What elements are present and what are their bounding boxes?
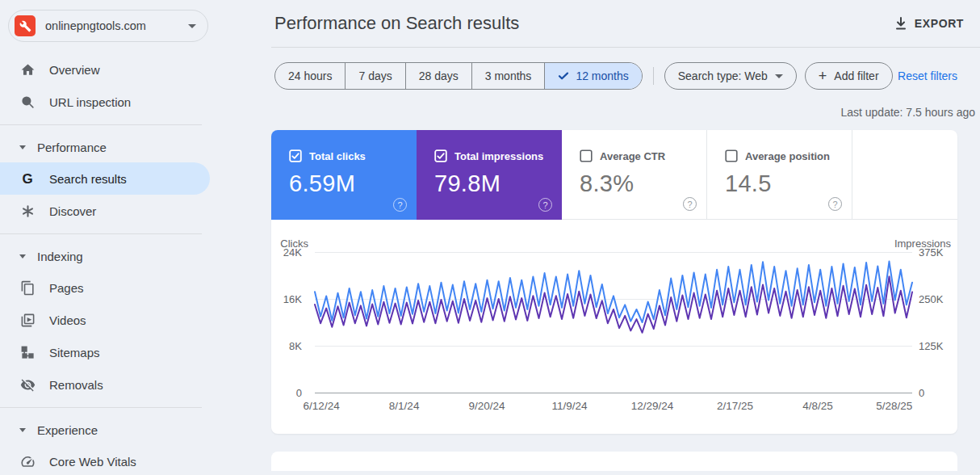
sidebar-section-experience[interactable]: Experience bbox=[0, 414, 210, 445]
chip-label: 28 days bbox=[419, 69, 459, 82]
tick-label: 8K bbox=[289, 340, 302, 352]
pages-icon bbox=[19, 280, 36, 296]
date-range-7-days[interactable]: 7 days bbox=[345, 63, 404, 89]
metric-label: Total impressions bbox=[454, 150, 543, 162]
sitemaps-icon bbox=[19, 344, 36, 360]
search-console-window: onlinepngtools.com Overview URL inspecti… bbox=[0, 0, 980, 475]
sidebar-item-label: Videos bbox=[49, 313, 86, 327]
search-icon bbox=[19, 94, 36, 110]
asterisk-icon bbox=[19, 203, 36, 219]
property-name: onlinepngtools.com bbox=[45, 19, 178, 32]
last-update-text: Last update: 7.5 hours ago bbox=[271, 106, 975, 119]
right-axis-ticks: 375K 250K 125K 0 bbox=[919, 252, 967, 393]
section-label: Indexing bbox=[37, 250, 83, 263]
sidebar-item-label: Pages bbox=[49, 281, 84, 295]
metric-value: 6.59M bbox=[289, 170, 417, 197]
date-range-24-hours[interactable]: 24 hours bbox=[275, 63, 345, 89]
tick-label: 9/20/24 bbox=[469, 400, 505, 412]
collapse-triangle-icon bbox=[19, 254, 26, 259]
header-divider bbox=[271, 47, 980, 48]
date-range-12-months[interactable]: 12 months bbox=[544, 63, 641, 89]
metric-strip-filler bbox=[852, 130, 957, 220]
chart-plot-area[interactable] bbox=[315, 252, 912, 393]
plus-icon: + bbox=[819, 69, 827, 83]
help-icon[interactable]: ? bbox=[393, 198, 407, 212]
google-g-icon: G bbox=[19, 170, 36, 187]
videos-icon bbox=[19, 312, 36, 328]
filters-divider bbox=[653, 67, 654, 85]
sidebar: onlinepngtools.com Overview URL inspecti… bbox=[0, 0, 210, 475]
checkbox-unchecked-icon[interactable] bbox=[725, 149, 738, 162]
download-icon bbox=[894, 16, 908, 31]
page-header: Performance on Search results EXPORT bbox=[271, 0, 957, 47]
checkbox-unchecked-icon[interactable] bbox=[580, 149, 593, 162]
checkbox-checked-icon[interactable] bbox=[289, 149, 302, 162]
section-label: Performance bbox=[37, 141, 107, 154]
metric-label: Average position bbox=[745, 150, 830, 162]
sidebar-item-label: Discover bbox=[49, 204, 96, 218]
chip-label: 3 months bbox=[485, 69, 532, 82]
performance-chart-card: Total clicks 6.59M ? Total impressions 7… bbox=[271, 130, 957, 434]
tick-label: 375K bbox=[919, 246, 943, 259]
tick-label: 125K bbox=[919, 340, 943, 352]
tick-label: 5/28/25 bbox=[876, 400, 912, 412]
sidebar-item-videos[interactable]: Videos bbox=[0, 304, 210, 336]
sidebar-section-indexing[interactable]: Indexing bbox=[0, 241, 210, 271]
sidebar-item-sitemaps[interactable]: Sitemaps bbox=[0, 336, 210, 368]
search-type-label: Search type: Web bbox=[678, 69, 768, 82]
sidebar-item-removals[interactable]: Removals bbox=[0, 368, 210, 401]
tick-label: 16K bbox=[283, 293, 302, 305]
export-button[interactable]: EXPORT bbox=[887, 11, 970, 36]
date-range-3-months[interactable]: 3 months bbox=[471, 63, 545, 89]
sidebar-item-pages[interactable]: Pages bbox=[0, 271, 210, 304]
metric-card-total-impressions[interactable]: Total impressions 79.8M ? bbox=[417, 130, 562, 220]
metric-label: Average CTR bbox=[600, 150, 665, 162]
eye-off-icon bbox=[19, 376, 36, 393]
home-icon bbox=[19, 61, 36, 78]
sidebar-nav: Overview URL inspection Performance G Se… bbox=[0, 53, 210, 475]
sidebar-item-label: Overview bbox=[49, 63, 100, 77]
sidebar-item-label: URL inspection bbox=[49, 95, 131, 109]
sidebar-divider bbox=[0, 233, 202, 234]
sidebar-divider bbox=[0, 407, 202, 408]
date-range-28-days[interactable]: 28 days bbox=[405, 63, 471, 89]
add-filter-button[interactable]: + Add filter bbox=[805, 62, 893, 90]
metric-card-average-ctr[interactable]: Average CTR 8.3% ? bbox=[562, 130, 707, 220]
search-type-dropdown[interactable]: Search type: Web bbox=[664, 62, 797, 90]
metric-card-average-position[interactable]: Average position 14.5 ? bbox=[707, 130, 852, 220]
sidebar-item-core-web-vitals[interactable]: Core Web Vitals bbox=[0, 445, 210, 475]
metric-card-total-clicks[interactable]: Total clicks 6.59M ? bbox=[271, 130, 417, 220]
checkbox-checked-icon[interactable] bbox=[434, 149, 447, 162]
sidebar-item-url-inspection[interactable]: URL inspection bbox=[0, 86, 210, 118]
tick-label: 6/12/24 bbox=[304, 400, 340, 412]
sidebar-item-overview[interactable]: Overview bbox=[0, 53, 210, 86]
help-icon[interactable]: ? bbox=[828, 197, 842, 211]
help-icon[interactable]: ? bbox=[683, 197, 697, 211]
sidebar-item-search-results[interactable]: G Search results bbox=[0, 162, 210, 195]
tick-label: 11/9/24 bbox=[552, 400, 588, 412]
check-icon bbox=[558, 70, 569, 82]
chip-label: 24 hours bbox=[288, 69, 332, 82]
property-wrench-icon bbox=[15, 15, 36, 36]
help-icon[interactable]: ? bbox=[538, 198, 552, 212]
left-axis-ticks: 24K 16K 8K 0 bbox=[271, 252, 308, 393]
tick-label: 8/1/24 bbox=[389, 400, 420, 412]
date-range-segmented-control: 24 hours 7 days 28 days 3 months 12 mont… bbox=[274, 62, 643, 90]
page-title: Performance on Search results bbox=[274, 13, 519, 34]
sidebar-section-performance[interactable]: Performance bbox=[0, 132, 210, 162]
property-selector[interactable]: onlinepngtools.com bbox=[8, 10, 208, 42]
sidebar-item-discover[interactable]: Discover bbox=[0, 195, 210, 227]
collapse-triangle-icon bbox=[19, 428, 26, 432]
x-axis-ticks: 6/12/24 8/1/24 9/20/24 11/9/24 12/29/24 … bbox=[315, 400, 912, 414]
tick-label: 12/29/24 bbox=[631, 400, 674, 412]
x-axis-baseline bbox=[315, 393, 912, 393]
sidebar-item-label: Sitemaps bbox=[49, 346, 100, 359]
reset-filters-link[interactable]: Reset filters bbox=[898, 69, 957, 82]
speedometer-icon bbox=[19, 453, 36, 469]
tick-label: 4/8/25 bbox=[802, 400, 833, 412]
chip-label: 7 days bbox=[358, 69, 392, 82]
filters-row: 24 hours 7 days 28 days 3 months 12 mont… bbox=[271, 62, 957, 90]
chevron-down-icon bbox=[188, 24, 196, 28]
chevron-down-icon bbox=[775, 74, 783, 78]
sidebar-item-label: Core Web Vitals bbox=[49, 455, 136, 469]
